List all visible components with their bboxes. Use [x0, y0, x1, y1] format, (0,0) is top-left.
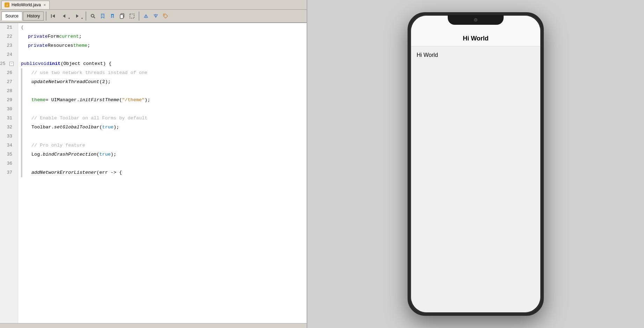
- toolbar-separator-3: [139, 12, 139, 21]
- svg-text:J: J: [6, 4, 8, 7]
- close-icon[interactable]: ×: [43, 3, 46, 7]
- arrow-down-icon: [153, 13, 159, 19]
- code-content: ( private Form current ; private Resourc…: [18, 23, 307, 323]
- tab-bar: J HelloWorld.java ×: [0, 0, 307, 10]
- editor-panel: J HelloWorld.java × Source History: [0, 0, 307, 328]
- phone-screen: Hi World Hi World: [411, 16, 540, 312]
- code-line-24: [21, 50, 304, 59]
- svg-rect-2: [51, 14, 52, 18]
- svg-marker-4: [63, 14, 65, 18]
- line-num-26: 26: [0, 68, 15, 77]
- line-num-22: 22: [0, 32, 15, 41]
- line-num-37: 37: [0, 168, 15, 177]
- line-num-21: 21: [0, 23, 15, 32]
- history-button[interactable]: History: [23, 12, 44, 21]
- back-dropdown-arrow: ▾: [68, 17, 70, 20]
- tag-icon: [163, 13, 168, 19]
- arrow-up-button[interactable]: [141, 12, 151, 21]
- code-line-29: theme = UIManager. initFirstTheme ( "/th…: [21, 96, 304, 105]
- code-line-25: public void init (Object context) {: [21, 59, 304, 68]
- phone-frame: Hi World Hi World: [408, 12, 544, 316]
- code-line-22: private Form current ;: [21, 32, 304, 41]
- code-line-21: (: [21, 23, 304, 32]
- line-num-27: 27: [0, 77, 15, 87]
- svg-rect-13: [120, 15, 123, 18]
- svg-point-19: [164, 15, 165, 16]
- navigate-back-button[interactable]: ▾: [58, 12, 71, 21]
- svg-marker-5: [76, 14, 79, 18]
- code-line-28: [21, 87, 304, 96]
- phone-notch: [448, 15, 504, 25]
- navigate-back-icon: [61, 13, 67, 19]
- code-line-35: Log. bindCrashProtection ( true );: [21, 150, 304, 159]
- tag-button[interactable]: [161, 12, 170, 21]
- app-content: Hi World: [411, 46, 540, 312]
- arrow-up-icon: [143, 13, 149, 19]
- toolbar-nav-group: ▾ ▾: [49, 12, 83, 21]
- line-num-33: 33: [0, 132, 15, 141]
- toolbar-separator-1: [46, 12, 46, 21]
- line-num-23: 23: [0, 41, 15, 50]
- line-num-29: 29: [0, 96, 15, 105]
- code-line-27: updateNetworkThreadCount (2);: [21, 77, 304, 87]
- navigate-forward-icon: [74, 13, 80, 19]
- navigate-first-icon: [50, 13, 56, 19]
- copy-button[interactable]: [118, 12, 127, 21]
- collapse-button-25[interactable]: −: [9, 62, 14, 66]
- line-num-31: 31: [0, 114, 15, 123]
- line-num-32: 32: [0, 123, 15, 132]
- svg-marker-8: [101, 14, 104, 18]
- code-line-31: // Enable Toolbar on all Forms by defaul…: [21, 114, 304, 123]
- toggle-bookmark-icon: [100, 13, 105, 19]
- code-line-26: // use two network threads instead of on…: [21, 68, 304, 77]
- line-num-36: 36: [0, 159, 15, 168]
- line-num-28: 28: [0, 87, 15, 96]
- preview-panel: Hi World Hi World: [307, 0, 644, 328]
- source-button[interactable]: Source: [1, 12, 22, 21]
- select-all-button[interactable]: [127, 12, 137, 21]
- code-line-33: [21, 132, 304, 141]
- search-button[interactable]: [88, 12, 97, 21]
- prev-bookmark-icon: [110, 13, 115, 19]
- code-line-30: [21, 105, 304, 114]
- svg-line-7: [94, 17, 95, 18]
- svg-rect-14: [130, 14, 134, 18]
- line-numbers: 21 22 23 24 25 − 26 27 28 29 30 31 32 33…: [0, 23, 18, 323]
- toolbar: Source History ▾: [0, 10, 307, 23]
- code-line-23: private Resources theme ;: [21, 41, 304, 50]
- svg-point-6: [91, 14, 94, 17]
- app-content-text: Hi World: [417, 52, 438, 58]
- nav-title: Hi World: [463, 35, 489, 42]
- horizontal-scrollbar[interactable]: [0, 323, 307, 328]
- arrow-down-button[interactable]: [151, 12, 160, 21]
- file-tab-name: HelloWorld.java: [12, 2, 41, 7]
- nav-bar: Hi World: [411, 31, 540, 46]
- forward-dropdown-arrow: ▾: [81, 17, 83, 20]
- code-line-32: Toolbar. setGlobalToolbar ( true );: [21, 123, 304, 132]
- toggle-bookmark-button[interactable]: [98, 12, 107, 21]
- prev-bookmark-button[interactable]: [108, 12, 117, 21]
- line-num-24: 24: [0, 50, 15, 59]
- code-line-37: addNetworkErrorListener (err -> {: [21, 168, 304, 177]
- java-file-icon: J: [5, 2, 9, 7]
- navigate-forward-button[interactable]: ▾: [71, 12, 83, 21]
- line-num-35: 35: [0, 150, 15, 159]
- code-area: 21 22 23 24 25 − 26 27 28 29 30 31 32 33…: [0, 23, 307, 323]
- code-line-34: // Pro only feature: [21, 141, 304, 150]
- copy-icon: [119, 13, 125, 19]
- file-tab[interactable]: J HelloWorld.java ×: [1, 1, 50, 9]
- toolbar-separator-2: [86, 12, 86, 21]
- line-num-25: 25 −: [0, 59, 15, 68]
- search-icon: [90, 14, 96, 19]
- code-line-36: [21, 159, 304, 168]
- navigate-first-button[interactable]: [49, 12, 58, 21]
- line-num-34: 34: [0, 141, 15, 150]
- svg-marker-3: [52, 14, 55, 18]
- select-all-icon: [129, 13, 135, 19]
- notch-camera: [474, 18, 477, 22]
- line-num-30: 30: [0, 105, 15, 114]
